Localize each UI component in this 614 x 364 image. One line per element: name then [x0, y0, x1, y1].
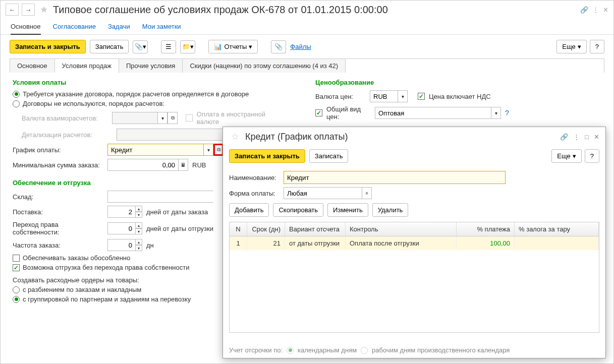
vat-label: Цена включает НДС: [429, 93, 491, 100]
close-icon[interactable]: ✕: [603, 6, 608, 14]
radio-contract-required[interactable]: [13, 91, 20, 98]
dialog-maximize-icon[interactable]: □: [585, 133, 589, 141]
reports-button[interactable]: 📊 Отчеты ▾: [208, 40, 258, 53]
save-close-button[interactable]: Записать и закрыть: [10, 40, 86, 53]
payment-schedule-dialog: ☆ Кредит (График оплаты) 🔗 ⋮ □ ✕ Записат…: [222, 127, 606, 358]
nav-tab-main[interactable]: Основное: [11, 23, 41, 35]
form-tab-discounts[interactable]: Скидки (наценки) по этому соглашению (4 …: [183, 59, 346, 73]
dialog-add-button[interactable]: Добавить: [229, 203, 269, 217]
payment-schedule-table: N Срок (дн) Вариант отсчета Контроль % п…: [229, 222, 599, 333]
payment-section-title: Условия оплаты: [13, 79, 285, 86]
col-pct[interactable]: % платежа: [457, 222, 515, 236]
col-term[interactable]: Срок (дн): [247, 222, 285, 236]
radio-group-orders[interactable]: [13, 296, 20, 303]
clip-icon-button[interactable]: 📎: [271, 40, 286, 53]
help-button[interactable]: ?: [590, 40, 604, 53]
col-variant[interactable]: Вариант отсчета: [285, 222, 346, 236]
frequency-down[interactable]: ▾: [135, 245, 142, 251]
separate-orders-checkbox[interactable]: [13, 255, 20, 262]
dialog-save-close-button[interactable]: Записать и закрыть: [229, 149, 305, 163]
folder-icon-button[interactable]: 📁▾: [180, 40, 195, 53]
price-currency-dropdown[interactable]: ▾: [398, 90, 408, 102]
price-type-dropdown[interactable]: ▾: [491, 107, 501, 119]
price-type-input[interactable]: [375, 107, 491, 119]
price-currency-label: Валюта цен:: [315, 93, 366, 100]
dialog-edit-button[interactable]: Изменить: [327, 203, 368, 217]
dialog-link-icon[interactable]: 🔗: [560, 133, 568, 141]
price-currency-input[interactable]: [370, 90, 398, 102]
min-order-calc-btn[interactable]: 🖩: [178, 159, 188, 171]
dialog-menu-icon[interactable]: ⋮: [573, 133, 580, 141]
radio-no-contract-label: Договоры не используются, порядок расчет…: [23, 100, 164, 107]
cell-n: 1: [230, 236, 247, 250]
warehouse-label: Склад:: [13, 193, 103, 201]
footer-opt1: календарным дням: [298, 346, 357, 354]
vat-checkbox[interactable]: [418, 93, 425, 100]
dialog-save-button[interactable]: Записать: [309, 149, 349, 163]
delivery-down[interactable]: ▾: [135, 212, 142, 218]
link-icon[interactable]: 🔗: [580, 6, 588, 14]
detail-label: Детализация расчетов:: [22, 131, 113, 139]
radio-split-orders[interactable]: [13, 286, 20, 293]
schedule-input[interactable]: [107, 144, 203, 156]
price-type-help-icon[interactable]: ?: [505, 109, 509, 117]
dialog-star-icon[interactable]: ☆: [231, 131, 239, 142]
nav-tab-approval[interactable]: Согласование: [53, 23, 96, 30]
menu-dots-icon[interactable]: ⋮: [592, 6, 599, 14]
save-button[interactable]: Записать: [90, 40, 129, 53]
foreign-pay-checkbox: [186, 114, 192, 122]
currency-open-btn: ⧉: [168, 112, 178, 124]
frequency-input[interactable]: [107, 239, 135, 251]
form-tab-main[interactable]: Основное: [10, 59, 55, 73]
footer-label: Учет отсрочки по:: [229, 346, 283, 354]
delivery-up[interactable]: ▴: [135, 206, 142, 212]
list-icon-button[interactable]: ☰: [161, 40, 176, 53]
schedule-label: График оплаты:: [13, 146, 103, 154]
more-button[interactable]: Еще ▾: [556, 40, 586, 53]
dialog-delete-button[interactable]: Удалить: [372, 203, 409, 217]
footer-radio-workdays: [361, 347, 368, 354]
radio-contract-required-label: Требуется указание договора, порядок рас…: [23, 90, 249, 98]
currency-dropdown-btn: ▾: [157, 112, 168, 124]
favorite-star-icon[interactable]: ★: [40, 4, 48, 15]
attach-dropdown-button[interactable]: 📎▾: [133, 40, 148, 53]
ship-without-ownership-checkbox[interactable]: [13, 264, 20, 271]
col-n[interactable]: N: [230, 222, 247, 236]
nav-back-button[interactable]: ←: [6, 4, 19, 16]
ownership-down[interactable]: ▾: [135, 228, 142, 234]
detail-input: [117, 129, 222, 141]
dialog-name-input[interactable]: [284, 171, 506, 184]
dialog-payform-input[interactable]: [284, 187, 362, 199]
table-row[interactable]: 1 21 от даты отгрузки Оплата после отгру…: [230, 236, 599, 250]
delivery-input[interactable]: [107, 206, 135, 218]
frequency-unit: дн: [146, 241, 154, 249]
separate-orders-label: Обеспечивать заказы обособленно: [23, 254, 130, 262]
dialog-payform-clear[interactable]: ×: [362, 187, 372, 199]
ownership-input[interactable]: [107, 222, 135, 234]
radio-no-contract[interactable]: [13, 100, 20, 107]
col-control[interactable]: Контроль: [346, 222, 457, 236]
dialog-close-icon[interactable]: ✕: [594, 133, 599, 141]
price-type-checkbox[interactable]: [315, 109, 322, 116]
dialog-copy-button[interactable]: Скопировать: [273, 203, 323, 217]
dialog-help-button[interactable]: ?: [585, 149, 599, 163]
settlement-currency-label: Валюта взаиморасчетов:: [22, 114, 108, 122]
cell-variant: от даты отгрузки: [285, 236, 346, 250]
form-tab-other-terms[interactable]: Прочие условия: [119, 59, 183, 73]
cell-term: 21: [247, 236, 285, 250]
schedule-open-btn[interactable]: ⧉: [213, 144, 224, 156]
cell-deposit: [515, 236, 599, 250]
files-link[interactable]: Файлы: [290, 43, 311, 50]
min-order-input[interactable]: [107, 159, 178, 171]
ownership-up[interactable]: ▴: [135, 222, 142, 228]
frequency-label: Частота заказа:: [13, 241, 103, 249]
frequency-up[interactable]: ▴: [135, 239, 142, 245]
nav-forward-button[interactable]: →: [22, 4, 35, 16]
schedule-dropdown-btn[interactable]: ▾: [203, 144, 213, 156]
nav-tab-notes[interactable]: Мои заметки: [142, 23, 181, 30]
warehouse-input[interactable]: [107, 191, 213, 203]
form-tab-sales-terms[interactable]: Условия продаж: [55, 59, 119, 73]
nav-tab-tasks[interactable]: Задачи: [108, 23, 130, 30]
dialog-more-button[interactable]: Еще ▾: [551, 149, 581, 163]
col-deposit[interactable]: % залога за тару: [515, 222, 599, 236]
